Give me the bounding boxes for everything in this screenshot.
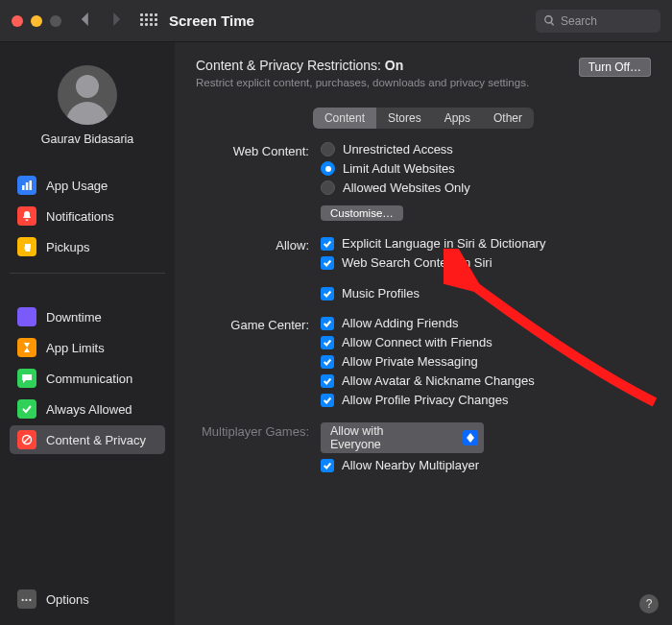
tab-bar: ContentStoresAppsOther	[313, 108, 534, 129]
allow-label: Allow:	[196, 236, 321, 300]
window-title: Screen Time	[169, 12, 254, 29]
gamecenter-label: Game Center:	[196, 316, 321, 407]
checkbox-checked-icon	[321, 287, 334, 300]
multiplayer-label: Multiplayer Games:	[196, 422, 321, 472]
tab-content[interactable]: Content	[313, 108, 376, 129]
radio-label: Limit Adult Websites	[343, 161, 455, 176]
sidebar-item-notifications[interactable]: Notifications	[10, 202, 165, 230]
hourglass-icon	[17, 338, 36, 357]
sidebar-item-communication[interactable]: Communication	[10, 364, 165, 393]
web-option-radio[interactable]: Allowed Websites Only	[321, 180, 470, 195]
radio-icon	[321, 161, 335, 176]
window-controls	[12, 15, 61, 27]
radio-icon	[321, 180, 335, 195]
sidebar-item-label: Communication	[46, 372, 132, 386]
sidebar-item-pickups[interactable]: Pickups	[10, 232, 165, 261]
bars-icon	[17, 176, 36, 195]
chevron-updown-icon	[463, 430, 478, 445]
nav-arrows	[79, 12, 123, 29]
checkbox-checked-icon	[321, 459, 334, 472]
page-subtitle: Restrict explicit content, purchases, do…	[196, 77, 529, 88]
checkbox-checked-icon	[321, 336, 334, 349]
checkbox-row[interactable]: Allow Profile Privacy Changes	[321, 393, 535, 407]
user-profile[interactable]: Gaurav Bidasaria	[10, 65, 165, 146]
checkbox-label: Explicit Language in Siri & Dictionary	[342, 236, 545, 251]
web-option-radio[interactable]: Limit Adult Websites	[321, 161, 470, 176]
checkbox-label: Allow Adding Friends	[342, 316, 458, 330]
sidebar-item-label: Content & Privacy	[46, 433, 146, 447]
web-content-label: Web Content:	[196, 142, 321, 221]
web-option-radio[interactable]: Unrestricted Access	[321, 142, 470, 156]
page-title: Content & Privacy Restrictions: On	[196, 58, 529, 73]
nearby-multiplayer-checkbox[interactable]: Allow Nearby Multiplayer	[321, 458, 484, 472]
search-input[interactable]: Search	[536, 10, 660, 33]
nosign-icon	[17, 430, 36, 449]
svg-rect-1	[26, 182, 29, 190]
checkbox-label: Music Profiles	[342, 286, 420, 300]
checkbox-checked-icon	[321, 374, 334, 388]
close-window-icon[interactable]	[12, 15, 23, 27]
forward-icon	[109, 12, 123, 29]
options-button[interactable]: ••• Options	[10, 585, 165, 613]
nearby-multiplayer-label: Allow Nearby Multiplayer	[342, 458, 479, 472]
minimize-window-icon[interactable]	[31, 15, 42, 27]
checkbox-checked-icon	[321, 394, 334, 407]
search-icon	[543, 14, 556, 27]
sidebar-item-label: Always Allowed	[46, 402, 132, 417]
help-button[interactable]: ?	[639, 594, 659, 613]
ellipsis-icon: •••	[17, 589, 36, 609]
search-placeholder: Search	[561, 14, 597, 28]
turn-off-button[interactable]: Turn Off…	[579, 58, 651, 77]
tab-apps[interactable]: Apps	[433, 108, 482, 129]
checkbox-row[interactable]: Allow Avatar & Nickname Changes	[321, 373, 535, 388]
moon-icon	[17, 307, 36, 326]
sidebar-item-content-privacy[interactable]: Content & Privacy	[10, 425, 165, 454]
sidebar: Gaurav Bidasaria App UsageNotificationsP…	[0, 42, 175, 625]
check-icon	[17, 399, 36, 419]
sidebar-item-label: App Usage	[46, 179, 108, 193]
tab-stores[interactable]: Stores	[376, 108, 433, 129]
multiplayer-select[interactable]: Allow with Everyone	[321, 422, 484, 453]
avatar-icon	[58, 65, 117, 125]
back-icon[interactable]	[79, 12, 92, 29]
sidebar-separator	[10, 273, 165, 274]
checkbox-row[interactable]: Explicit Language in Siri & Dictionary	[321, 236, 545, 251]
checkbox-label: Allow Avatar & Nickname Changes	[342, 373, 535, 388]
tab-other[interactable]: Other	[482, 108, 534, 129]
radio-label: Unrestricted Access	[343, 142, 453, 156]
checkbox-checked-icon	[321, 256, 334, 270]
sidebar-item-app-limits[interactable]: App Limits	[10, 333, 165, 362]
checkbox-checked-icon	[321, 237, 334, 251]
main-panel: Content & Privacy Restrictions: On Restr…	[175, 42, 672, 625]
username-label: Gaurav Bidasaria	[41, 132, 134, 146]
checkbox-label: Allow Connect with Friends	[342, 335, 492, 349]
options-label: Options	[46, 592, 89, 607]
checkbox-row[interactable]: Allow Private Messaging	[321, 354, 535, 369]
sidebar-item-label: Pickups	[46, 240, 90, 254]
checkbox-row[interactable]: Web Search Content in Siri	[321, 255, 545, 270]
sidebar-item-downtime[interactable]: Downtime	[10, 302, 165, 331]
checkbox-label: Web Search Content in Siri	[342, 255, 492, 270]
checkbox-checked-icon	[321, 355, 334, 369]
checkbox-checked-icon	[321, 317, 334, 330]
checkbox-row[interactable]: Allow Adding Friends	[321, 316, 535, 330]
bell-icon	[17, 206, 36, 226]
sidebar-item-label: Downtime	[46, 310, 102, 325]
zoom-window-icon[interactable]	[50, 15, 61, 27]
checkbox-row[interactable]: Allow Connect with Friends	[321, 335, 535, 349]
apps-grid-icon[interactable]	[140, 13, 156, 29]
radio-icon	[321, 142, 335, 156]
checkbox-row[interactable]: Music Profiles	[321, 286, 545, 300]
bubble-icon	[17, 369, 36, 388]
radio-label: Allowed Websites Only	[343, 180, 470, 195]
svg-rect-2	[30, 180, 33, 190]
title-bar: Screen Time Search	[0, 0, 672, 42]
svg-line-4	[24, 437, 30, 443]
checkbox-label: Allow Private Messaging	[342, 354, 478, 369]
customise-button[interactable]: Customise…	[321, 205, 403, 221]
svg-rect-0	[22, 185, 25, 190]
sidebar-item-always-allowed[interactable]: Always Allowed	[10, 395, 165, 423]
sidebar-item-app-usage[interactable]: App Usage	[10, 171, 165, 200]
checkbox-label: Allow Profile Privacy Changes	[342, 393, 508, 407]
hand-icon	[17, 237, 36, 256]
